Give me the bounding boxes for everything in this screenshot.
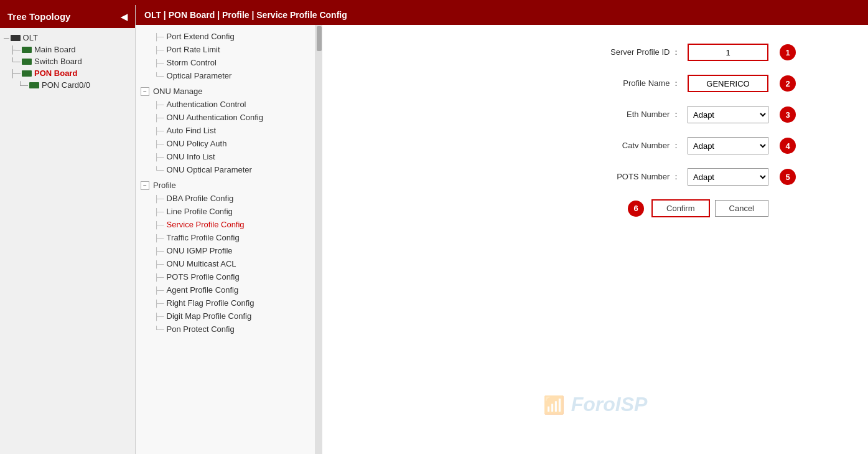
olt-icon <box>11 35 21 41</box>
tree-item-olt[interactable]: ─ OLT <box>0 32 135 44</box>
label-eth-number: Eth Number ： <box>581 109 680 120</box>
badge-3: 3 <box>780 106 796 123</box>
breadcrumb-text: OLT | PON Board | Profile | Service Prof… <box>144 10 347 20</box>
form-row-eth-number: Eth Number ： Adapt 01248 3 <box>347 106 768 123</box>
form-row-catv-number: Catv Number ： Adapt 01 4 <box>347 137 768 154</box>
onu-manage-toggle[interactable]: − <box>141 87 149 96</box>
tree-item-switch-board[interactable]: └─ Switch Board <box>0 55 135 67</box>
nav-item-authentication-control[interactable]: ├─ Authentication Control <box>136 98 315 111</box>
profile-toggle[interactable]: − <box>141 181 149 190</box>
main-content: OLT | PON Board | Profile | Service Prof… <box>136 5 868 454</box>
switch-board-icon <box>22 59 32 65</box>
label-server-profile-id: Server Profile ID ： <box>581 47 680 58</box>
input-server-profile-id[interactable] <box>688 44 768 61</box>
sidebar-tree: ─ OLT ├─ Main Board └─ Switch Board ├─ P… <box>0 28 135 454</box>
label-pots-number: POTS Number ： <box>581 171 680 182</box>
content-split: ├─ Port Extend Config ├─ Port Rate Limit… <box>136 25 868 454</box>
tree-connector-poncard: └─ <box>17 81 28 90</box>
nav-item-line-profile-config[interactable]: ├─ Line Profile Config <box>136 205 315 218</box>
nav-item-onu-igmp-profile[interactable]: ├─ ONU IGMP Profile <box>136 244 315 257</box>
nav-item-onu-auth-config[interactable]: ├─ ONU Authentication Config <box>136 111 315 124</box>
tree-label-switch-board: Switch Board <box>34 57 82 66</box>
sidebar-title: Tree Topology <box>7 11 70 22</box>
nav-panel: ├─ Port Extend Config ├─ Port Rate Limit… <box>136 25 316 454</box>
form-row-server-profile-id: Server Profile ID ： 1 <box>347 44 768 61</box>
tree-item-main-board[interactable]: ├─ Main Board <box>0 44 135 55</box>
nav-item-onu-optical-parameter[interactable]: └─ ONU Optical Parameter <box>136 163 315 176</box>
tree-connector-main: ├─ <box>10 45 21 54</box>
nav-item-onu-policy-auth[interactable]: ├─ ONU Policy Auth <box>136 137 315 150</box>
tree-label-olt: OLT <box>23 33 38 42</box>
nav-section-onu-manage: − ONU Manage ├─ Authentication Control ├… <box>136 85 315 176</box>
nav-item-traffic-profile-config[interactable]: ├─ Traffic Profile Config <box>136 231 315 244</box>
nav-item-right-flag-profile-config[interactable]: ├─ Right Flag Profile Config <box>136 296 315 310</box>
breadcrumb: OLT | PON Board | Profile | Service Prof… <box>136 5 868 25</box>
top-bar <box>0 0 868 5</box>
select-eth-number[interactable]: Adapt 01248 <box>688 106 768 123</box>
nav-item-onu-multicast-acl[interactable]: ├─ ONU Multicast ACL <box>136 257 315 270</box>
sidebar-arrow[interactable]: ◀ <box>121 12 128 22</box>
form-panel: 📶 ForoISP Server Profile ID ： 1 Profile … <box>322 25 868 454</box>
nav-section-header-onu-manage[interactable]: − ONU Manage <box>136 85 315 98</box>
sidebar: Tree Topology ◀ ─ OLT ├─ Main Board └─ S… <box>0 5 136 454</box>
form-row-pots-number: POTS Number ： Adapt 01248 5 <box>347 168 768 186</box>
watermark: 📶 ForoISP <box>543 390 648 417</box>
btn-row: 6 Confirm Cancel <box>347 199 768 217</box>
nav-scroll-thumb[interactable] <box>317 26 322 51</box>
main-board-icon <box>22 47 32 53</box>
tree-connector: ─ <box>4 34 9 42</box>
tree-label-main-board: Main Board <box>34 45 75 54</box>
nav-item-agent-profile-config[interactable]: ├─ Agent Profile Config <box>136 283 315 296</box>
nav-item-dba-profile-config[interactable]: ├─ DBA Profile Config <box>136 192 315 205</box>
tree-label-pon-board: PON Board <box>34 69 77 78</box>
nav-item-onu-info-list[interactable]: ├─ ONU Info List <box>136 150 315 163</box>
app-container: Tree Topology ◀ ─ OLT ├─ Main Board └─ S… <box>0 5 868 454</box>
pon-card-icon <box>29 82 39 88</box>
badge-1: 1 <box>780 44 796 60</box>
nav-item-port-extend-config[interactable]: ├─ Port Extend Config <box>136 30 315 43</box>
nav-item-auto-find-list[interactable]: ├─ Auto Find List <box>136 124 315 137</box>
nav-item-port-rate-limit[interactable]: ├─ Port Rate Limit <box>136 43 315 56</box>
badge-4: 4 <box>780 138 796 154</box>
tree-label-pon-card: PON Card0/0 <box>42 80 90 90</box>
watermark-signal: 📶 <box>543 395 565 415</box>
nav-section-label-profile: Profile <box>153 181 176 190</box>
sidebar-header: Tree Topology ◀ <box>0 5 135 28</box>
nav-item-storm-control[interactable]: ├─ Storm Control <box>136 56 315 69</box>
nav-item-optical-parameter[interactable]: └─ Optical Parameter <box>136 69 315 82</box>
label-profile-name: Profile Name ： <box>581 78 680 89</box>
nav-section-header-profile[interactable]: − Profile <box>136 179 315 192</box>
nav-section-port: ├─ Port Extend Config ├─ Port Rate Limit… <box>136 30 315 82</box>
nav-scrollbar[interactable] <box>316 25 322 454</box>
pon-board-icon <box>22 70 32 77</box>
nav-section-label-onu-manage: ONU Manage <box>153 87 202 96</box>
nav-item-pots-profile-config[interactable]: ├─ POTS Profile Config <box>136 270 315 283</box>
nav-item-digit-map-profile-config[interactable]: ├─ Digit Map Profile Config <box>136 310 315 323</box>
cancel-button[interactable]: Cancel <box>715 200 768 217</box>
select-pots-number[interactable]: Adapt 01248 <box>688 168 768 186</box>
input-profile-name[interactable] <box>688 75 768 92</box>
tree-connector-switch: └─ <box>10 57 21 66</box>
select-catv-number[interactable]: Adapt 01 <box>688 137 768 154</box>
nav-item-pon-protect-config[interactable]: └─ Pon Protect Config <box>136 323 315 336</box>
badge-6: 6 <box>628 201 644 217</box>
nav-section-profile: − Profile ├─ DBA Profile Config ├─ Line … <box>136 179 315 336</box>
tree-connector-pon: ├─ <box>10 69 21 78</box>
tree-item-pon-board[interactable]: ├─ PON Board <box>0 67 135 79</box>
badge-5: 5 <box>780 169 796 185</box>
nav-item-service-profile-config[interactable]: ├─ Service Profile Config <box>136 218 315 231</box>
label-catv-number: Catv Number ： <box>581 140 680 151</box>
tree-item-pon-card[interactable]: └─ PON Card0/0 <box>0 79 135 91</box>
form-row-profile-name: Profile Name ： 2 <box>347 75 768 92</box>
badge-2: 2 <box>780 75 796 92</box>
confirm-button[interactable]: Confirm <box>651 199 710 217</box>
